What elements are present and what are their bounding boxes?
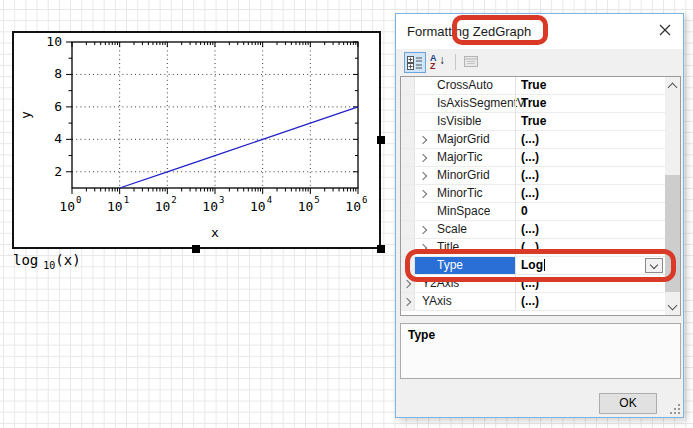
property-row-yaxis[interactable]: YAxis(...) xyxy=(401,293,665,311)
formula-subscript: 10 xyxy=(43,260,55,271)
property-row-majorgrid[interactable]: MajorGrid(...) xyxy=(401,131,665,149)
ok-button[interactable]: OK xyxy=(599,393,657,414)
property-name: MajorTic xyxy=(437,149,483,166)
property-row-isaxissegmentv[interactable]: IsAxisSegmentVTrue xyxy=(401,95,665,113)
x-axis-title: x xyxy=(211,225,219,240)
x-tick-label: 10 xyxy=(59,199,75,214)
y-tick-label: 8 xyxy=(54,66,62,81)
property-name: MinorGrid xyxy=(437,167,490,184)
row-gutter xyxy=(401,167,415,184)
formula-argument: (x) xyxy=(55,252,80,268)
property-value: True xyxy=(521,95,546,112)
property-value: (...) xyxy=(521,167,539,184)
property-value: True xyxy=(521,113,546,130)
property-name: IsVisible xyxy=(437,113,481,130)
row-gutter xyxy=(401,185,415,202)
data-line-log10x xyxy=(120,107,358,188)
property-value: True xyxy=(521,77,546,94)
zedgraph-control[interactable]: 246810100101102103104105106xy xyxy=(12,31,381,249)
annotation-title-highlight xyxy=(452,15,548,45)
x-tick-exponent: 6 xyxy=(362,195,367,205)
x-tick-label: 10 xyxy=(107,199,123,214)
close-icon[interactable] xyxy=(655,22,675,42)
x-tick-exponent: 3 xyxy=(219,195,224,205)
x-tick-label: 10 xyxy=(298,199,314,214)
y-tick-label: 4 xyxy=(54,131,62,146)
expand-chevron-icon[interactable] xyxy=(419,154,427,162)
row-gutter xyxy=(401,131,415,148)
resize-handle-bottom[interactable] xyxy=(192,245,200,253)
y-tick-label: 6 xyxy=(54,99,62,114)
property-name: IsAxisSegmentV xyxy=(437,95,525,112)
resize-grip[interactable] xyxy=(670,404,680,414)
x-tick-exponent: 5 xyxy=(314,195,319,205)
row-gutter xyxy=(401,77,415,94)
property-name: MinorTic xyxy=(437,185,483,202)
property-row-scale[interactable]: Scale(...) xyxy=(401,221,665,239)
expand-chevron-icon[interactable] xyxy=(419,190,427,198)
y-tick-label: 10 xyxy=(46,34,62,49)
x-tick-exponent: 0 xyxy=(76,195,81,205)
scroll-down-icon[interactable] xyxy=(665,298,680,315)
description-panel: Type xyxy=(400,323,681,379)
annotation-type-row-highlight xyxy=(405,249,676,282)
property-name: YAxis xyxy=(422,293,452,310)
row-gutter xyxy=(401,221,415,238)
property-row-minortic[interactable]: MinorTic(...) xyxy=(401,185,665,203)
row-gutter xyxy=(401,149,415,166)
row-gutter xyxy=(401,95,415,112)
row-gutter xyxy=(401,113,415,130)
property-value: (...) xyxy=(521,221,539,238)
property-row-minorgrid[interactable]: MinorGrid(...) xyxy=(401,167,665,185)
expand-chevron-icon[interactable] xyxy=(419,136,427,144)
property-pages-icon[interactable] xyxy=(461,52,483,73)
row-gutter xyxy=(401,203,415,220)
scroll-up-icon[interactable] xyxy=(665,77,680,94)
x-tick-label: 10 xyxy=(155,199,171,214)
x-tick-label: 10 xyxy=(202,199,218,214)
zedgraph-plot: 246810100101102103104105106xy xyxy=(14,33,379,247)
property-row-minspace[interactable]: MinSpace0 xyxy=(401,203,665,221)
toolbar-separator xyxy=(455,54,456,70)
designer-surface: 246810100101102103104105106xy log10(x) F… xyxy=(0,0,693,428)
x-tick-exponent: 2 xyxy=(171,195,176,205)
resize-handle-bottom-right[interactable] xyxy=(377,245,385,253)
curve-formula-label: log10(x) xyxy=(13,252,81,271)
property-value: (...) xyxy=(521,293,539,310)
x-tick-label: 10 xyxy=(250,199,266,214)
property-name: MinSpace xyxy=(437,203,490,220)
resize-handle-right[interactable] xyxy=(377,136,385,144)
property-name: CrossAuto xyxy=(437,77,493,94)
y-tick-label: 2 xyxy=(54,164,62,179)
property-value: (...) xyxy=(521,131,539,148)
expand-chevron-icon[interactable] xyxy=(419,226,427,234)
expand-chevron-icon[interactable] xyxy=(419,172,427,180)
property-row-crossauto[interactable]: CrossAutoTrue xyxy=(401,77,665,95)
description-title: Type xyxy=(408,328,435,342)
x-tick-exponent: 1 xyxy=(124,195,129,205)
x-tick-exponent: 4 xyxy=(267,195,272,205)
property-value: (...) xyxy=(521,149,539,166)
property-row-majortic[interactable]: MajorTic(...) xyxy=(401,149,665,167)
property-value: 0 xyxy=(521,203,528,220)
property-name: Scale xyxy=(437,221,467,238)
formula-base: log xyxy=(13,252,38,268)
property-name: MajorGrid xyxy=(437,131,490,148)
property-value: (...) xyxy=(521,185,539,202)
formatting-window: Formatting ZedGraph AZ↓ CrossAutoTru xyxy=(395,13,684,418)
sort-alphabetical-icon[interactable]: AZ↓ xyxy=(427,52,449,73)
x-tick-label: 10 xyxy=(345,199,361,214)
property-row-isvisible[interactable]: IsVisibleTrue xyxy=(401,113,665,131)
categorized-icon[interactable] xyxy=(404,52,426,73)
y-axis-title: y xyxy=(18,111,33,119)
